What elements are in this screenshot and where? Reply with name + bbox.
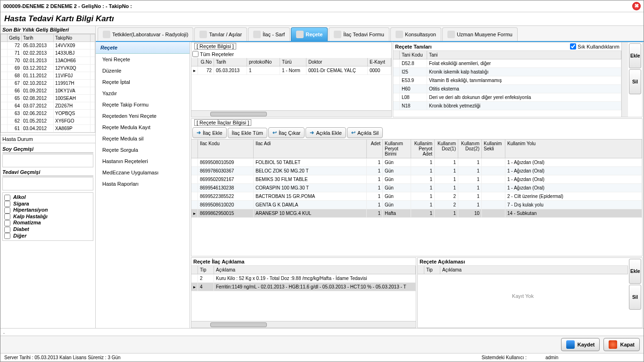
recete-grid-row[interactable]: ▸7205.03.201311 - Norm0001-Dr CEMAL YALÇ… — [191, 66, 391, 75]
tab-icon — [253, 31, 261, 38]
scrollbar[interactable] — [191, 321, 416, 328]
hasta-durum-label: Hasta Durum — [0, 135, 95, 143]
window-title: 000009-DENEME 2 DENEME 2 - GelişNo : - T… — [3, 3, 632, 9]
ilac-row[interactable]: 8699522385522BACTROBAN 15 GR.POMA1Gün121… — [191, 192, 642, 201]
page-header: Hasta Tedavi Kartı Bilgi Kartı — [0, 12, 644, 26]
menu-item[interactable]: Reçete İptal — [96, 76, 190, 88]
footer-user: admin — [545, 355, 558, 360]
tab-icon — [296, 31, 304, 38]
footer-server: Server Tarihi : 05.03.2013 Kalan Lisans … — [4, 355, 121, 360]
tani-ekle-button[interactable]: Ekle — [629, 43, 641, 68]
menu-item[interactable]: Hastanın Reçeteleri — [96, 156, 190, 167]
acikla-sil-button[interactable]: ↩Açıkla Sil — [347, 127, 383, 138]
tani-row[interactable]: L08Deri ve deri altı dokunun diğer yerel… — [393, 93, 621, 102]
visit-row[interactable]: 7102.02.20131433UBJ — [1, 49, 95, 57]
visit-row[interactable]: 6903.12.201212YVK0Q — [1, 65, 95, 72]
visit-row[interactable]: 6302.06.2012YOPBQS — [1, 110, 95, 117]
aciklama-sil-button[interactable]: Sil — [629, 285, 641, 310]
menu-item[interactable]: Hasta Raporları — [96, 178, 190, 189]
tab-i-la-sarf[interactable]: İlaç - Sarf — [248, 27, 290, 41]
menu-item[interactable]: Yeni Reçete — [96, 54, 190, 65]
tab-icon — [103, 31, 110, 38]
menu-item[interactable]: MedEczane Uygulaması — [96, 167, 190, 178]
menu-item[interactable]: Reçete Medula sil — [96, 133, 190, 144]
tab-re-ete[interactable]: Reçete — [291, 27, 328, 41]
ilac-aciklama-title: Reçete İlaç Açıklama — [193, 259, 244, 264]
menu-item[interactable]: Reçete Medula Kayıt — [96, 122, 190, 133]
ilac-aciklama-header: TipAçıklama — [191, 266, 416, 274]
risk-check[interactable]: Kalp Hastalığı — [4, 214, 91, 220]
tab-i-la-tedavi-formu[interactable]: İlaç Tedavi Formu — [329, 27, 389, 41]
visit-row[interactable]: 6403.07.2012ZD267H — [1, 102, 95, 110]
tab-uzman-muayene-formu[interactable]: Uzman Muayene Formu — [442, 27, 518, 41]
risk-check[interactable]: Sigara — [4, 201, 91, 207]
ilac-ekle-button[interactable]: ➜İlaç Ekle — [192, 127, 227, 138]
close-button[interactable]: Kapat — [603, 338, 640, 351]
visit-row[interactable]: 6801.11.201211VIF0J — [1, 72, 95, 80]
save-button[interactable]: Kaydet — [561, 338, 600, 351]
tum-receteler-check[interactable]: Tüm Reçeteler — [192, 51, 390, 57]
tani-row[interactable]: N18Kronik böbrek yetmezliği — [393, 102, 621, 110]
scrollbar-v[interactable] — [621, 42, 628, 117]
ilac-row[interactable]: 8699502092167BEMIKS 30 FILM TABLE1Gün111… — [191, 175, 642, 184]
no-record-label: Kayıt Yok — [418, 274, 628, 318]
visit-row[interactable]: 7205.03.201314VVX09 — [1, 42, 95, 49]
risk-check[interactable]: Romatizma — [4, 220, 91, 226]
close-icon[interactable]: ✖ — [632, 2, 641, 10]
aciklama-ekle-button[interactable]: Ekle — [629, 259, 641, 284]
tab-konsultasyon[interactable]: Konsultasyon — [390, 27, 441, 41]
tab-icon — [396, 31, 403, 38]
save-icon — [566, 340, 575, 349]
tab-tetkikler-laboratuvar-radyoloji-[interactable]: Tetkikler(Laboratuvar - Radyoloji) — [98, 27, 193, 41]
ilac-row[interactable]: 8699508610020GENTA G K DAMLA1Gün1217 - D… — [191, 201, 642, 209]
visits-header: Geliş Tarih TakipNo — [1, 34, 95, 42]
acikla-ekle-button[interactable]: ➜Açıkla Ekle — [305, 127, 346, 138]
visit-row[interactable]: 6702.10.2012119917H — [1, 80, 95, 87]
visit-row[interactable]: 6601.09.201210KY1VA — [1, 87, 95, 95]
sik-kullandiklarim-check[interactable]: Sık Kullandıklarım — [570, 43, 619, 49]
ilac-cikar-button[interactable]: ↩İlaç Çıkar — [268, 127, 305, 138]
recete-aciklama-title: Reçete Açıklaması — [420, 259, 465, 264]
aciklama-row[interactable]: 2Kuru Kilo : 52 Kg x 0.19 - Total Doz :9… — [191, 274, 416, 283]
tani-row[interactable]: E53.9Vitamin B eksikliği, tanımlanmamış — [393, 76, 621, 85]
tanilar-title: Reçete Tanıları — [395, 44, 431, 49]
scrollbar[interactable] — [191, 110, 391, 117]
visit-row[interactable]: 6103.04.2012XA869P — [1, 125, 95, 132]
footer-user-label: Sistemdeki Kullanıcı : — [481, 355, 527, 360]
tani-row[interactable]: D52.8Folat eksikliği anemileri, diğer — [393, 59, 621, 68]
menu-item[interactable]: Düzenle — [96, 65, 190, 76]
risk-check[interactable]: Diabet — [4, 226, 91, 233]
risk-check[interactable]: Alkol — [4, 194, 91, 201]
ilac-row[interactable]: 8699786030367BELOC ZOK 50 MG.20 T1Gün111… — [191, 167, 642, 175]
hint-bar: . — [0, 328, 644, 336]
page-title: Hasta Tedavi Kartı Bilgi Kartı — [4, 14, 640, 24]
menu-item[interactable]: Reçeteden Yeni Reçete — [96, 110, 190, 122]
tani-row[interactable]: H60Otitis eksterna — [393, 85, 621, 93]
ilac-ekle-tum-button[interactable]: İlaç Ekle Tüm — [228, 128, 267, 138]
soy-gecmisi-box[interactable] — [2, 154, 93, 167]
menu-item[interactable]: Reçete Sorgula — [96, 144, 190, 156]
tani-header: Tani KoduTani — [393, 51, 621, 59]
tedavi-gecmisi-box[interactable] — [2, 177, 93, 190]
tani-sil-button[interactable]: Sil — [629, 69, 641, 94]
tab-icon — [447, 31, 455, 38]
visit-row[interactable]: 7002.01.201313AOH66 — [1, 57, 95, 65]
tedavi-gecmisi-label: Tedavi Geçmişi — [2, 168, 93, 176]
ilac-row[interactable]: ▸8699862950015ARANESP 10 MCG.4 KUL1Hafta… — [191, 209, 642, 218]
visits-grid[interactable]: Geliş Tarih TakipNo 7205.03.201314VVX097… — [0, 34, 95, 133]
risk-check[interactable]: Diğer — [4, 233, 91, 239]
aciklama-row[interactable]: ▸4Ferritin:1149 ng/mL - 02.01.2013 - HGB… — [191, 283, 416, 291]
ilac-row[interactable]: 8699546130238CORASPIN 100 MG.30 T1Gün111… — [191, 184, 642, 192]
risk-check[interactable]: Hipertansiyon — [4, 207, 91, 214]
ilac-row[interactable]: 8699508010509FOLBIOL 50 TABLET1Gün1111 -… — [191, 158, 642, 167]
ilaclar-label: [ Reçete İlaçlar Bilgisi ] — [191, 119, 642, 126]
tab-tan-lar-a-lar[interactable]: Tanılar / Aşılar — [194, 27, 247, 41]
visit-row[interactable]: 6502.08.2012100SEAH — [1, 95, 95, 102]
tani-row[interactable]: I25Kronik iskemik kalp hastalığı — [393, 68, 621, 76]
visit-row[interactable]: 6201.05.2012XY6FGO — [1, 117, 95, 125]
menu-item[interactable]: Yazdır — [96, 88, 190, 99]
menu-item[interactable]: Reçete Takip Formu — [96, 99, 190, 110]
recete-grid-header: G.NoTarihprotokolNoTürüDoktorE-Kayıt — [191, 58, 391, 66]
visits-title: Son Bir Yıllık Geliş Bilgileri — [0, 26, 95, 34]
tab-bar: Tetkikler(Laboratuvar - Radyoloji)Tanıla… — [96, 26, 644, 42]
